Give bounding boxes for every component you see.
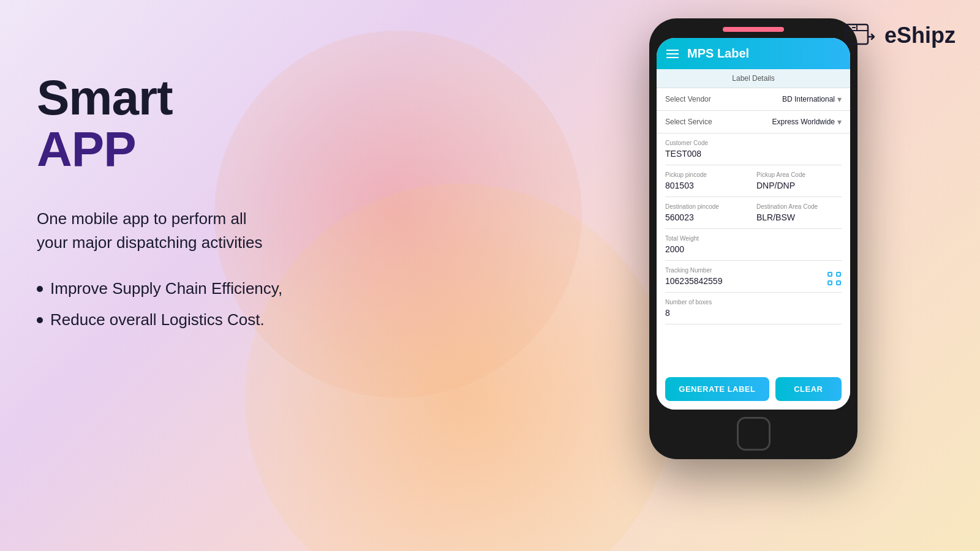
bullet-item-1: Improve Supply Chain Efficiency, bbox=[37, 279, 282, 298]
destination-pincode-value[interactable]: 560023 bbox=[665, 212, 750, 222]
svg-rect-1 bbox=[828, 272, 832, 276]
tracking-number-label: Tracking Number bbox=[665, 267, 722, 274]
total-weight-row: Total Weight 2000 bbox=[665, 229, 842, 261]
destination-area-code-field: Destination Area Code BLR/BSW bbox=[756, 203, 842, 222]
headline-app: APP bbox=[37, 122, 282, 176]
destination-area-code-label: Destination Area Code bbox=[756, 203, 842, 210]
generate-label-button[interactable]: GENERATE LABEL bbox=[665, 377, 769, 401]
app-footer: GENERATE LABEL CLEAR bbox=[657, 369, 850, 410]
destination-row: Destination pincode 560023 Destination A… bbox=[665, 197, 842, 229]
pickup-pincode-field: Pickup pincode 801503 bbox=[665, 171, 750, 190]
select-vendor-label: Select Vendor bbox=[665, 95, 711, 103]
app-header: MPS Label bbox=[657, 38, 850, 69]
number-of-boxes-label: Number of boxes bbox=[665, 299, 842, 305]
logo-area: eShipz bbox=[843, 18, 956, 52]
clear-button[interactable]: CLEAR bbox=[775, 377, 842, 401]
phone-mockup: MPS Label Label Details Select Vendor BD… bbox=[649, 18, 858, 459]
select-service-label: Select Service bbox=[665, 118, 712, 126]
destination-area-code-value[interactable]: BLR/BSW bbox=[756, 212, 842, 222]
svg-rect-2 bbox=[837, 272, 840, 276]
eshipz-logo-icon bbox=[843, 18, 877, 52]
phone-home-button[interactable] bbox=[737, 417, 771, 451]
svg-rect-4 bbox=[837, 281, 840, 285]
tracking-number-row: Tracking Number 106235842559 bbox=[665, 261, 842, 293]
select-service-value[interactable]: Express Worldwide ▾ bbox=[772, 117, 842, 127]
tracking-number-value[interactable]: 106235842559 bbox=[665, 276, 722, 286]
bullet-item-2: Reduce overall Logistics Cost. bbox=[37, 310, 282, 329]
label-details-header: Label Details bbox=[657, 69, 850, 88]
pickup-pincode-label: Pickup pincode bbox=[665, 171, 750, 178]
destination-pincode-field: Destination pincode 560023 bbox=[665, 203, 750, 222]
number-of-boxes-value[interactable]: 8 bbox=[665, 308, 842, 318]
phone-notch-bar bbox=[723, 27, 784, 32]
pickup-area-code-label: Pickup Area Code bbox=[756, 171, 842, 178]
app-title: MPS Label bbox=[687, 47, 749, 61]
pickup-row: Pickup pincode 801503 Pickup Area Code D… bbox=[665, 165, 842, 197]
select-service-row: Select Service Express Worldwide ▾ bbox=[657, 111, 850, 133]
subtitle: One mobile app to perform allyour major … bbox=[37, 207, 282, 255]
svg-rect-3 bbox=[828, 281, 832, 285]
left-content: Smart APP One mobile app to perform ally… bbox=[37, 73, 282, 342]
phone-screen: MPS Label Label Details Select Vendor BD… bbox=[657, 38, 850, 410]
form-section: Customer Code TEST008 Pickup pincode 801… bbox=[657, 133, 850, 324]
select-vendor-row: Select Vendor BD International ▾ bbox=[657, 88, 850, 111]
pickup-area-code-value[interactable]: DNP/DNP bbox=[756, 181, 842, 190]
vendor-dropdown-arrow: ▾ bbox=[837, 94, 842, 104]
total-weight-label: Total Weight bbox=[665, 235, 842, 242]
pickup-area-code-field: Pickup Area Code DNP/DNP bbox=[756, 171, 842, 190]
bullet-list: Improve Supply Chain Efficiency, Reduce … bbox=[37, 279, 282, 329]
bullet-dot-1 bbox=[37, 286, 43, 292]
pickup-pincode-value[interactable]: 801503 bbox=[665, 181, 750, 190]
customer-code-value[interactable]: TEST008 bbox=[665, 149, 842, 159]
app-content: Label Details Select Vendor BD Internati… bbox=[657, 69, 850, 369]
destination-pincode-label: Destination pincode bbox=[665, 203, 750, 210]
headline-smart: Smart bbox=[37, 73, 282, 122]
select-vendor-value[interactable]: BD International ▾ bbox=[782, 94, 842, 104]
number-of-boxes-row: Number of boxes 8 bbox=[665, 293, 842, 324]
phone-outer: MPS Label Label Details Select Vendor BD… bbox=[649, 18, 858, 459]
customer-code-row: Customer Code TEST008 bbox=[665, 133, 842, 165]
total-weight-value[interactable]: 2000 bbox=[665, 244, 842, 254]
hamburger-icon[interactable] bbox=[666, 50, 679, 58]
bullet-dot-2 bbox=[37, 317, 43, 323]
customer-code-label: Customer Code bbox=[665, 140, 842, 146]
logo-text: eShipz bbox=[884, 23, 956, 48]
service-dropdown-arrow: ▾ bbox=[837, 117, 842, 127]
scan-icon[interactable] bbox=[827, 271, 842, 286]
